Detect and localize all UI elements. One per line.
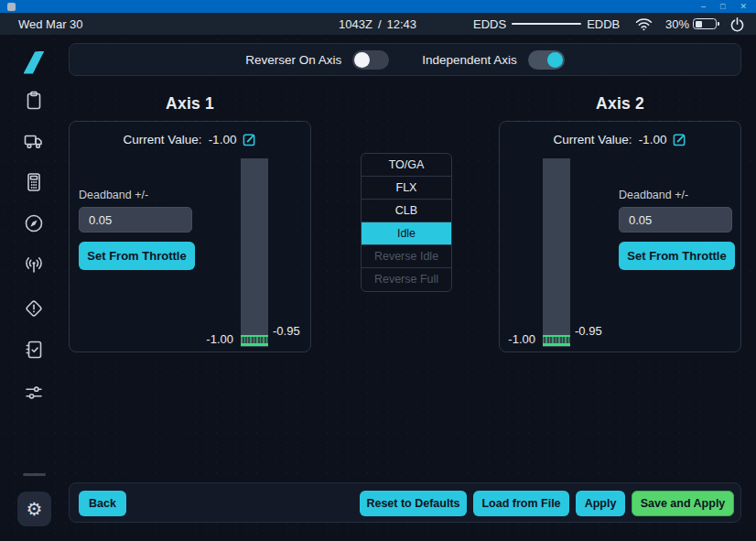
wifi-icon: [635, 13, 653, 35]
reverser-on-axis-label: Reverser On Axis: [245, 53, 341, 67]
utc-time: 1043Z: [339, 17, 373, 31]
truck-icon[interactable]: [22, 129, 46, 153]
route-progress-line: [512, 23, 581, 25]
axis2-current-value-label: Current Value:: [554, 133, 632, 146]
axis2-range-low: -1.00: [508, 332, 535, 346]
clipboard-icon[interactable]: [22, 89, 46, 113]
fenix-logo-icon[interactable]: [22, 50, 46, 74]
compass-icon[interactable]: [22, 211, 46, 235]
gear-icon: ⚙: [27, 498, 43, 520]
axis2-current-value: -1.00: [639, 133, 667, 146]
checklist-icon[interactable]: [22, 338, 46, 362]
axis1-range-high: -0.95: [273, 324, 300, 338]
sliders-icon[interactable]: [22, 381, 46, 405]
apply-button[interactable]: Apply: [576, 491, 625, 516]
axis1-range-low: -1.00: [206, 332, 233, 346]
reset-to-defaults-button[interactable]: Reset to Defaults: [360, 491, 467, 516]
date-label: Wed Mar 30: [18, 13, 83, 35]
axis1-deadband-input[interactable]: [79, 207, 192, 233]
save-and-apply-button[interactable]: Save and Apply: [632, 491, 734, 516]
detent-item-reverse-full: Reverse Full: [362, 268, 451, 291]
axis2-deadband-marker: [543, 335, 570, 346]
detent-item-idle[interactable]: Idle: [362, 222, 451, 245]
power-icon[interactable]: [729, 13, 745, 35]
axis2-panel: Current Value: -1.00 Deadband +/- Set Fr…: [499, 121, 741, 352]
load-from-file-button[interactable]: Load from File: [473, 491, 569, 516]
minimize-button[interactable]: –: [701, 0, 706, 13]
flight-route: EDDS EDDB: [473, 13, 620, 35]
axis1-deadband-label: Deadband +/-: [79, 189, 148, 201]
radio-tower-icon[interactable]: [22, 253, 46, 276]
back-button[interactable]: Back: [79, 491, 126, 516]
axis1-panel: Current Value: -1.00 Deadband +/- Set Fr…: [69, 121, 311, 352]
axis-options-bar: Reverser On Axis Independent Axis: [69, 43, 741, 76]
axis1-deadband-marker: [241, 335, 268, 346]
battery-icon: [693, 13, 717, 35]
detent-item-flx[interactable]: FLX: [362, 177, 451, 200]
reverser-on-axis-toggle[interactable]: [352, 50, 389, 70]
independent-axis-label: Independent Axis: [422, 53, 517, 67]
axis2-set-from-throttle-button[interactable]: Set From Throttle: [619, 242, 735, 270]
sidebar-item-settings-active[interactable]: ⚙: [17, 492, 51, 526]
close-button[interactable]: ✕: [740, 0, 747, 13]
axis2-deadband-input[interactable]: [619, 207, 732, 233]
app-window: – □ ✕ Wed Mar 30 1043Z / 12:43 EDDS EDDB…: [0, 0, 756, 541]
axis2-position-bar: [543, 158, 570, 347]
window-titlebar: – □ ✕: [0, 0, 756, 13]
app-icon: [7, 3, 16, 11]
detent-item-to-ga[interactable]: TO/GA: [362, 154, 451, 177]
detent-item-reverse-idle: Reverse Idle: [362, 245, 451, 268]
departure-airport: EDDS: [473, 17, 506, 31]
main-area: ⚙ Reverser On Axis Independent Axis Axis…: [0, 35, 756, 541]
detent-list: TO/GAFLXCLBIdleReverse IdleReverse Full: [361, 153, 452, 292]
arrival-airport: EDDB: [587, 17, 620, 31]
detent-item-clb[interactable]: CLB: [362, 200, 451, 222]
axis1-edit-icon[interactable]: [243, 133, 256, 146]
axis1-current-value-label: Current Value:: [124, 133, 202, 146]
calculator-icon[interactable]: [22, 170, 46, 194]
axis1-current-value: -1.00: [209, 133, 237, 146]
axis2-edit-icon[interactable]: [673, 133, 686, 146]
axis1-position-bar: [241, 158, 268, 347]
axis2-range-high: -0.95: [575, 324, 602, 338]
time-separator: /: [378, 17, 382, 31]
maximize-button[interactable]: □: [720, 0, 725, 13]
local-time: 12:43: [387, 17, 417, 31]
battery-percent: 30%: [665, 13, 689, 35]
status-bar: Wed Mar 30 1043Z / 12:43 EDDS EDDB 30%: [0, 13, 756, 35]
clock: 1043Z / 12:43: [339, 13, 416, 35]
footer-bar: Back Reset to Defaults Load from File Ap…: [69, 482, 741, 523]
axis2-deadband-label: Deadband +/-: [619, 189, 688, 201]
axis1-title: Axis 1: [69, 94, 311, 114]
axis2-title: Axis 2: [499, 94, 741, 114]
sidebar-divider: [23, 473, 46, 476]
warning-diamond-icon[interactable]: [22, 297, 46, 320]
independent-axis-toggle[interactable]: [528, 50, 565, 70]
axis1-set-from-throttle-button[interactable]: Set From Throttle: [79, 242, 195, 270]
